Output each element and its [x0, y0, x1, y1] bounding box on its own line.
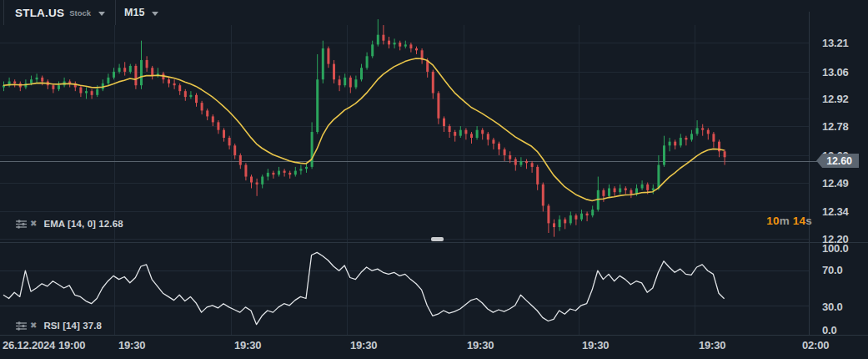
candle-body [690, 134, 693, 139]
candle-body [663, 145, 665, 164]
candle-body [201, 103, 203, 110]
instrument-type-label: Stock [69, 8, 91, 18]
candle-body [272, 173, 274, 174]
candle-body [680, 138, 682, 145]
countdown-seconds: 14 [793, 215, 805, 227]
rsi-axis-label: 100.0 [822, 242, 849, 255]
rsi-indicator-legend: ✖ RSI [14] 37.8 [16, 321, 102, 331]
candle-body [377, 35, 379, 45]
candle-body [630, 190, 632, 195]
indicator-settings-icon[interactable] [16, 220, 27, 229]
rsi-axis-label: 30.0 [822, 301, 843, 313]
symbol-selector[interactable]: STLA.US Stock [0, 0, 105, 25]
candle-body [481, 130, 484, 134]
candle-body [536, 167, 539, 185]
candle-body [233, 145, 236, 155]
candle-body [36, 78, 38, 79]
price-axis-label: 13.06 [822, 66, 849, 78]
candle-body [608, 189, 610, 196]
rsi-indicator-label: RSI [14] 37.8 [43, 321, 102, 331]
candle-body [525, 161, 528, 163]
price-axis-label: 12.78 [822, 120, 849, 133]
candle-body [657, 165, 660, 189]
ema-line [3, 58, 725, 201]
candle-body [487, 134, 489, 139]
candle-body [250, 177, 253, 183]
candle-body [625, 189, 627, 190]
countdown-minutes-unit: m [780, 215, 790, 227]
candle-body [646, 185, 649, 190]
trading-chart-window: STLA.US Stock M15 13.2113.0612.9212.7812… [0, 0, 868, 359]
candle-body [569, 215, 572, 223]
time-axis-label: 19:30 [350, 339, 377, 351]
candle-body [454, 132, 456, 136]
toolbar-left-separator [3, 0, 4, 25]
current-price-tag: 12.60 [816, 154, 859, 168]
ema-indicator-label: EMA [14, 0] 12.68 [43, 219, 123, 229]
candle-body [311, 132, 314, 167]
candle-body [146, 60, 148, 68]
timeframe-selector[interactable]: M15 [116, 0, 158, 25]
candle-body [294, 171, 297, 175]
candle-body [542, 185, 544, 206]
candle-body [394, 43, 396, 44]
candle-body [531, 163, 534, 167]
candle-body [223, 130, 225, 138]
candle-body [449, 126, 451, 132]
close-icon[interactable]: ✖ [30, 220, 37, 228]
candle-body [184, 91, 187, 97]
price-axis-label: 12.92 [822, 93, 849, 105]
close-icon[interactable]: ✖ [30, 321, 37, 330]
candle-body [574, 215, 577, 220]
candle-body [459, 130, 462, 136]
candle-body [564, 220, 566, 224]
candle-countdown: 10m14s [752, 215, 812, 227]
candle-body [278, 171, 280, 175]
candle-body [559, 220, 561, 227]
candle-body [492, 139, 494, 144]
candle-body [52, 85, 54, 89]
candle-body [409, 44, 412, 48]
time-axis[interactable]: 26.12.202419:0019:3019:3019:3019:3019:30… [0, 336, 868, 359]
candle-body [360, 68, 363, 79]
candle-body [217, 122, 219, 129]
candle-body [614, 189, 616, 193]
candle-body [519, 161, 522, 165]
candle-body [349, 78, 352, 88]
candle-body [464, 130, 467, 134]
pane-resize-handle[interactable] [431, 237, 444, 241]
candle-body [586, 214, 589, 215]
candle-body [553, 223, 555, 227]
candle-body [288, 173, 291, 174]
candle-body [58, 85, 60, 89]
candle-body [129, 66, 132, 72]
candle-body [354, 79, 357, 87]
candle-body [189, 95, 192, 97]
candle-body [415, 48, 418, 50]
candle-body [674, 142, 676, 146]
candle-body [30, 79, 33, 83]
candle-body [701, 128, 704, 129]
indicator-settings-icon[interactable] [16, 321, 27, 331]
time-axis-label: 19:30 [234, 339, 261, 351]
candle-body [388, 41, 390, 45]
candle-body [316, 79, 319, 132]
candle-body [41, 78, 43, 82]
candle-body [724, 151, 726, 157]
candle-body [685, 138, 687, 139]
countdown-minutes: 10 [766, 215, 779, 227]
price-chart[interactable] [0, 0, 868, 359]
candle-body [267, 173, 269, 177]
candle-body [619, 189, 621, 193]
symbol-name: STLA.US [15, 7, 64, 19]
candle-body [305, 167, 308, 169]
candle-body [371, 44, 374, 56]
rsi-line [3, 252, 725, 324]
candle-body [696, 128, 699, 134]
candle-body [91, 91, 93, 95]
candle-body [322, 48, 324, 79]
candle-body [382, 35, 384, 41]
rsi-axis: 100.070.030.00.0 [809, 240, 868, 335]
candle-body [178, 85, 181, 91]
time-axis-label: 19:30 [118, 339, 145, 351]
